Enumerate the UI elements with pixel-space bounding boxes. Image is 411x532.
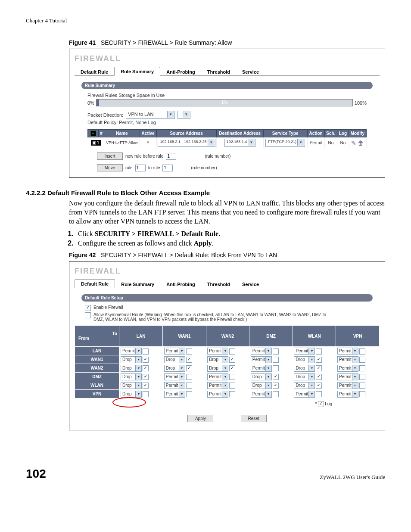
action-select[interactable]: Permit	[207, 382, 228, 389]
plus-icon[interactable]: +	[90, 131, 96, 136]
log-cell-checkbox[interactable]: ✓	[186, 365, 192, 371]
action-select[interactable]: Permit	[251, 365, 272, 372]
log-cell-checkbox[interactable]	[186, 383, 192, 389]
tab-default-rule[interactable]: Default Rule	[75, 68, 114, 76]
log-cell-checkbox[interactable]: ✓	[143, 357, 149, 363]
log-cell-checkbox[interactable]: ✓	[273, 374, 279, 380]
action-select[interactable]: Drop	[121, 391, 142, 398]
asym-route-checkbox[interactable]	[85, 312, 91, 318]
action-select[interactable]: Permit	[164, 382, 185, 389]
move-to-num[interactable]	[162, 165, 173, 171]
action-select[interactable]: Drop	[251, 382, 272, 389]
log-cell-checkbox[interactable]	[359, 357, 365, 363]
log-cell-checkbox[interactable]	[359, 391, 365, 397]
action-select[interactable]: Drop	[121, 373, 142, 380]
action-select[interactable]: Permit	[337, 391, 358, 398]
tab-service-42[interactable]: Service	[236, 280, 265, 288]
log-cell-checkbox[interactable]	[359, 383, 365, 389]
action-select[interactable]: Permit	[337, 356, 358, 363]
tab-default-rule-42[interactable]: Default Rule	[75, 279, 115, 288]
action-select[interactable]: Drop	[294, 365, 315, 372]
row-src-select[interactable]: 192.168.2.1 - 192.168.2.25	[158, 139, 215, 147]
log-checkbox[interactable]: ✓	[318, 401, 324, 407]
log-cell-checkbox[interactable]: ✓	[273, 383, 279, 389]
action-select[interactable]: Drop	[121, 365, 142, 372]
tab-threshold-42[interactable]: Threshold	[201, 280, 236, 288]
row-dst-select[interactable]: 192.168.1.4	[224, 139, 255, 147]
move-button[interactable]: Move	[97, 164, 123, 171]
log-cell-checkbox[interactable]	[273, 348, 279, 355]
tab-rule-summary[interactable]: Rule Summary	[114, 67, 160, 76]
action-select[interactable]: Permit	[164, 348, 185, 355]
log-cell-checkbox[interactable]: ✓	[316, 374, 322, 380]
action-select[interactable]: Permit	[207, 348, 228, 355]
action-select[interactable]: Permit	[251, 391, 272, 398]
action-select[interactable]: Permit	[337, 373, 358, 380]
action-select[interactable]: Permit	[121, 348, 142, 355]
log-cell-checkbox[interactable]	[359, 365, 365, 371]
log-cell-checkbox[interactable]	[143, 391, 149, 397]
log-cell-checkbox[interactable]	[316, 348, 322, 355]
log-cell-checkbox[interactable]	[273, 365, 279, 371]
insert-rule-num[interactable]	[166, 153, 176, 160]
action-select[interactable]: Drop	[294, 356, 315, 363]
tab-threshold[interactable]: Threshold	[201, 68, 236, 76]
log-cell-checkbox[interactable]	[229, 374, 235, 380]
delete-icon[interactable]: 🗑	[358, 140, 364, 146]
tab-service[interactable]: Service	[236, 68, 265, 76]
action-select[interactable]: Drop	[207, 365, 228, 372]
log-cell-checkbox[interactable]	[186, 348, 192, 355]
action-select[interactable]: Drop	[121, 356, 142, 363]
action-select[interactable]: Permit	[164, 373, 185, 380]
log-cell-checkbox[interactable]: ✓	[143, 365, 149, 371]
log-cell-checkbox[interactable]	[186, 391, 192, 397]
tab-anti-probing[interactable]: Anti-Probing	[160, 68, 201, 76]
action-select[interactable]: Permit	[337, 382, 358, 389]
log-cell-checkbox[interactable]: ✓	[143, 383, 149, 389]
log-cell-checkbox[interactable]: ✓	[186, 357, 192, 363]
log-cell-checkbox[interactable]	[359, 374, 365, 380]
log-cell-checkbox[interactable]	[229, 348, 235, 355]
log-cell-checkbox[interactable]	[143, 348, 149, 355]
log-cell-checkbox[interactable]: ✓	[229, 365, 235, 371]
insert-button[interactable]: Insert	[97, 152, 123, 160]
log-cell-checkbox[interactable]	[273, 391, 279, 397]
action-select[interactable]: Drop	[294, 382, 315, 389]
action-select[interactable]: Permit	[207, 391, 228, 398]
action-select[interactable]: Permit	[294, 348, 315, 355]
tab-anti-probing-42[interactable]: Anti-Probing	[160, 280, 201, 288]
log-cell-checkbox[interactable]: ✓	[229, 357, 235, 363]
action-select[interactable]: Permit	[294, 391, 315, 398]
log-cell-checkbox[interactable]: ✓	[316, 357, 322, 363]
log-cell-checkbox[interactable]: ✓	[316, 383, 322, 389]
log-cell-checkbox[interactable]: ✓	[316, 365, 322, 371]
log-cell-checkbox[interactable]	[359, 348, 365, 355]
apply-button[interactable]: Apply	[187, 415, 213, 422]
log-cell-checkbox[interactable]	[229, 383, 235, 389]
edit-icon[interactable]: ✎	[351, 140, 356, 146]
row-svc-select[interactable]: FTP(TCP:20,21)	[265, 139, 305, 147]
tab-rule-summary-42[interactable]: Rule Summary	[115, 280, 160, 288]
move-from-num[interactable]	[135, 165, 146, 171]
reset-button[interactable]: Reset	[241, 415, 267, 422]
action-select[interactable]: Permit	[251, 356, 272, 363]
action-select[interactable]: Drop	[164, 365, 185, 372]
log-cell-checkbox[interactable]	[229, 391, 235, 397]
log-cell-checkbox[interactable]	[316, 391, 322, 397]
action-select[interactable]: Drop	[294, 373, 315, 380]
action-select[interactable]: Permit	[337, 348, 358, 355]
action-select[interactable]: Drop	[164, 356, 185, 363]
packet-direction-select[interactable]: VPN to LAN	[126, 111, 175, 119]
action-select[interactable]: Permit	[251, 348, 272, 355]
action-select[interactable]: Drop	[121, 382, 142, 389]
action-select[interactable]: Drop	[207, 356, 228, 363]
log-cell-checkbox[interactable]: ✓	[143, 374, 149, 380]
action-select[interactable]: Permit	[337, 365, 358, 372]
log-cell-checkbox[interactable]	[186, 374, 192, 380]
packet-direction-select-extra[interactable]	[177, 111, 190, 119]
action-select[interactable]: Permit	[207, 373, 228, 380]
action-select[interactable]: Permit	[164, 391, 185, 398]
row-select-icon[interactable]: ▣ 1	[91, 140, 101, 146]
action-select[interactable]: Drop	[251, 373, 272, 380]
log-cell-checkbox[interactable]	[273, 357, 279, 363]
